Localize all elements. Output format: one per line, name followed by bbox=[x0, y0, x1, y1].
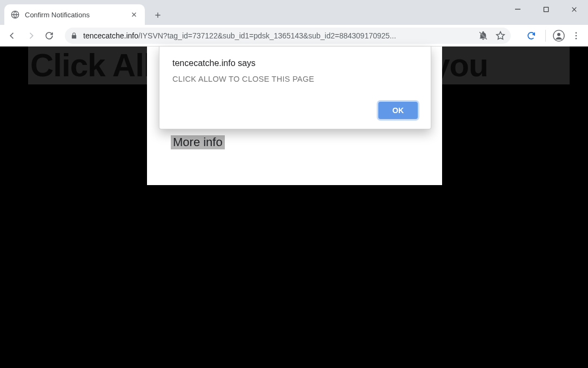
more-info-link[interactable]: More info bbox=[171, 135, 225, 149]
minimize-icon[interactable] bbox=[504, 0, 532, 18]
dialog-message: CLICK ALLOW TO CLOSE THIS PAGE bbox=[172, 75, 418, 83]
dialog-header: tencecatche.info says bbox=[172, 58, 418, 68]
dialog-ok-button[interactable]: OK bbox=[378, 102, 418, 119]
url-domain: tencecatche.info bbox=[83, 31, 138, 40]
extensions-area bbox=[516, 30, 540, 41]
window-controls bbox=[504, 0, 588, 18]
profile-avatar-icon[interactable] bbox=[551, 28, 566, 43]
extension-refresh-icon[interactable] bbox=[526, 30, 537, 41]
maximize-icon[interactable] bbox=[532, 0, 560, 18]
new-tab-button[interactable] bbox=[150, 8, 165, 23]
close-window-icon[interactable] bbox=[560, 0, 588, 18]
window-titlebar: Confirm Notifications bbox=[0, 0, 588, 25]
browser-menu-icon[interactable] bbox=[569, 28, 584, 43]
url-path: /IYSVN?tag_id=737122&sub_id1=pdsk_136514… bbox=[138, 31, 474, 40]
javascript-alert-dialog: tencecatche.info says CLICK ALLOW TO CLO… bbox=[159, 47, 431, 129]
reload-button[interactable] bbox=[41, 28, 57, 44]
address-bar[interactable]: tencecatche.info /IYSVN?tag_id=737122&su… bbox=[65, 28, 511, 44]
globe-icon bbox=[11, 10, 19, 19]
svg-rect-1 bbox=[544, 7, 548, 11]
svg-point-6 bbox=[576, 37, 577, 39]
browser-tab[interactable]: Confirm Notifications bbox=[4, 4, 145, 25]
browser-toolbar: tencecatche.info /IYSVN?tag_id=737122&su… bbox=[0, 25, 588, 47]
notifications-muted-icon[interactable] bbox=[478, 31, 488, 41]
tab-title: Confirm Notifications bbox=[25, 11, 130, 19]
svg-point-3 bbox=[557, 32, 560, 36]
svg-point-5 bbox=[576, 35, 577, 36]
close-tab-icon[interactable] bbox=[130, 10, 138, 19]
svg-point-4 bbox=[576, 32, 577, 34]
toolbar-divider bbox=[545, 30, 546, 42]
forward-button bbox=[23, 28, 39, 44]
bookmark-star-icon[interactable] bbox=[496, 31, 505, 41]
page-viewport: Click Allow to confirm that you More inf… bbox=[0, 47, 588, 368]
lock-icon bbox=[70, 32, 78, 40]
back-button[interactable] bbox=[4, 28, 21, 44]
